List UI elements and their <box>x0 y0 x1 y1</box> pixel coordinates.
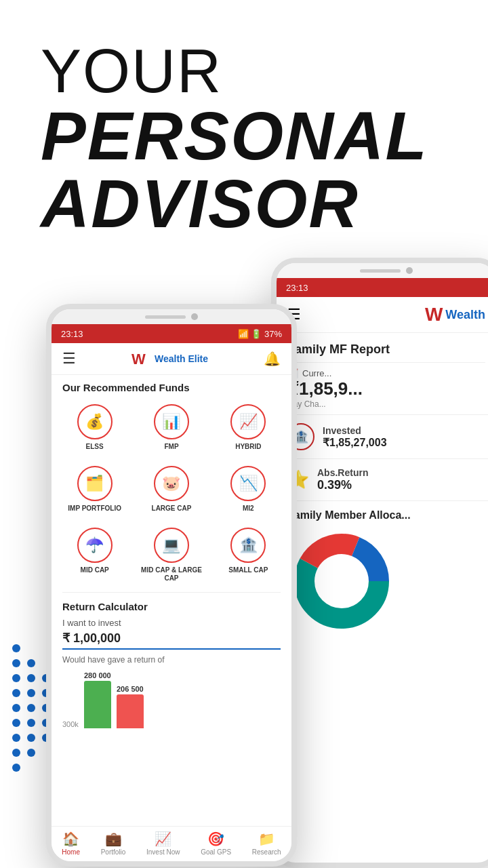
phone1-header: ☰ W Wealth Elite 🔔 <box>52 343 291 375</box>
nav-item-research[interactable]: 📁 Research <box>252 831 281 856</box>
brand-logo-phone1: W Wealth Elite <box>131 351 208 367</box>
fund-icon: 🏦 <box>230 528 266 563</box>
fund-grid: 💰 ELSS 📊 FMP 📈 HYBRID 🗂️ IMP PORTFOLIO 🐷… <box>52 399 291 588</box>
fund-icon: 📉 <box>230 466 266 501</box>
current-value-section: 📈 Curre... ₹1,85,9... Day Cha... <box>277 363 488 415</box>
phone2-status-bar: 23:13 <box>277 278 488 297</box>
return-calc-body: I want to invest ₹ 1,00,000 Would have g… <box>52 615 291 731</box>
bar-green: 280 000 <box>84 671 111 728</box>
hamburger-icon[interactable]: ☰ <box>62 350 76 368</box>
brand-logo: W Wealth <box>425 304 485 326</box>
bottom-nav: 🏠 Home 💼 Portfolio 📈 Invest Now 🎯 Goal G… <box>52 826 291 861</box>
nav-item-goal-gps[interactable]: 🎯 Goal GPS <box>201 831 231 856</box>
fund-icon: ☂️ <box>77 528 113 563</box>
fund-label: FMP <box>164 443 178 451</box>
fund-label: LARGE CAP <box>152 505 192 513</box>
fund-item-mid-cap-&-large-cap[interactable]: 💻 MID CAP & LARGE CAP <box>135 522 207 588</box>
fund-item-elss[interactable]: 💰 ELSS <box>58 399 131 456</box>
fund-icon: 💻 <box>154 528 189 563</box>
fund-item-large-cap[interactable]: 🐷 LARGE CAP <box>135 460 207 518</box>
fund-label: MID CAP & LARGE CAP <box>138 566 205 583</box>
recommended-title: Our Recommended Funds <box>52 375 291 399</box>
fund-icon: 💰 <box>77 404 113 439</box>
nav-item-portfolio[interactable]: 💼 Portfolio <box>101 831 126 856</box>
fund-icon: 📊 <box>154 404 189 439</box>
fund-item-fmp[interactable]: 📊 FMP <box>135 399 207 456</box>
fund-label: SMALL CAP <box>228 566 268 574</box>
nav-label: Home <box>62 848 80 856</box>
nav-label: Goal GPS <box>201 848 231 856</box>
fund-item-imp-portfolio[interactable]: 🗂️ IMP PORTFOLIO <box>58 460 131 518</box>
nav-icon: 💼 <box>105 831 122 847</box>
nav-label: Invest Now <box>146 848 180 856</box>
fund-label: MI2 <box>243 505 254 513</box>
hero-section: YOUR PERSONAL ADVISOR <box>41 41 428 237</box>
return-section: ⭐ Abs.Return 0.39% <box>277 459 488 501</box>
nav-label: Research <box>252 848 281 856</box>
fund-item-mi2[interactable]: 📉 MI2 <box>212 460 285 518</box>
svg-point-3 <box>318 557 365 605</box>
fund-item-mid-cap[interactable]: ☂️ MID CAP <box>58 522 131 588</box>
fund-label: ELSS <box>86 443 104 451</box>
fund-item-hybrid[interactable]: 📈 HYBRID <box>212 399 285 456</box>
phone1-front: 23:13 📶 🔋 37% ☰ W Wealth Elite 🔔 Our Rec… <box>46 304 297 867</box>
svg-text:W: W <box>131 351 146 367</box>
fund-icon: 🐷 <box>154 466 189 501</box>
fund-icon: 📈 <box>230 404 266 439</box>
brand-w-icon: W <box>131 351 152 367</box>
fund-label: HYBRID <box>235 443 261 451</box>
nav-icon: 📈 <box>155 831 171 847</box>
family-alloc-title: Family Member Alloca... <box>277 501 488 527</box>
fund-label: IMP PORTFOLIO <box>68 505 121 513</box>
fund-item-small-cap[interactable]: 🏦 SMALL CAP <box>212 522 285 588</box>
hero-line1: YOUR <box>41 41 428 102</box>
donut-chart <box>287 534 396 629</box>
invested-section: 🏦 Invested ₹1,85,27,003 <box>277 415 488 459</box>
nav-item-invest-now[interactable]: 📈 Invest Now <box>146 831 180 856</box>
nav-label: Portfolio <box>101 848 126 856</box>
return-calc-title: Return Calculator <box>52 597 291 615</box>
family-report-title: Family MF Report <box>277 333 488 362</box>
phone2-background: 23:13 ☰ W Wealth Family MF Report 📈 Curr… <box>271 258 488 868</box>
bell-icon[interactable]: 🔔 <box>264 351 281 367</box>
phone1-status-bar: 23:13 📶 🔋 37% <box>52 324 291 343</box>
fund-icon: 🗂️ <box>77 466 113 501</box>
fund-label: MID CAP <box>81 566 109 574</box>
nav-icon: 🎯 <box>207 831 224 847</box>
nav-item-home[interactable]: 🏠 Home <box>62 831 80 856</box>
nav-icon: 📁 <box>258 831 275 847</box>
hero-line3: ADVISOR <box>41 170 428 237</box>
nav-icon: 🏠 <box>62 831 79 847</box>
bar-red: 206 500 <box>117 685 144 728</box>
hero-line2: PERSONAL <box>41 102 428 170</box>
phone2-header: ☰ W Wealth <box>277 297 488 333</box>
